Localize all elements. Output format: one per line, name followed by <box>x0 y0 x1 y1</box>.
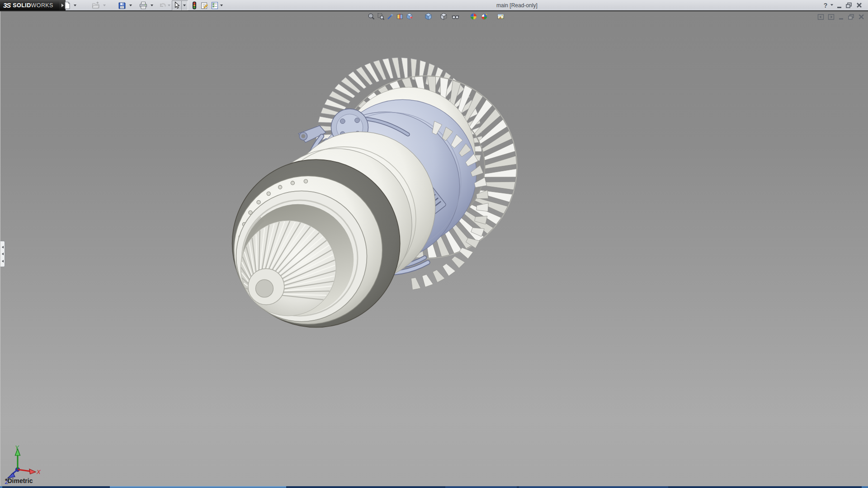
display-style-button[interactable] <box>440 13 448 20</box>
undo-button[interactable] <box>159 1 167 9</box>
previous-view-button[interactable] <box>387 13 394 20</box>
select-cursor-icon <box>173 1 181 9</box>
file-properties-button[interactable] <box>200 1 208 9</box>
window-title: main [Read-only] <box>496 2 538 9</box>
brand-name-bold: SOLID <box>13 2 31 9</box>
open-document-button[interactable] <box>92 1 100 9</box>
brand-name-light: WORKS <box>31 2 53 9</box>
save-button[interactable] <box>118 1 126 9</box>
help-button[interactable]: ? <box>822 1 829 9</box>
edit-appearance-button[interactable] <box>470 13 477 20</box>
help-caret[interactable] <box>830 4 833 6</box>
doc-minimize-button[interactable] <box>838 13 845 21</box>
engine-model[interactable] <box>0 11 868 486</box>
doc-dock-left-button[interactable] <box>817 13 825 21</box>
select-tool-button[interactable] <box>172 0 182 10</box>
graphics-viewport[interactable]: Y X Z *Dimetric <box>0 11 868 486</box>
select-tool-caret-button[interactable] <box>181 0 188 10</box>
solidworks-window: { "brand": { "glyph": "3S", "name_bold":… <box>0 0 868 488</box>
hide-show-items-button[interactable] <box>452 13 459 20</box>
options-button[interactable] <box>211 1 219 9</box>
options-caret[interactable] <box>220 5 223 6</box>
zoom-to-area-button[interactable] <box>377 13 385 20</box>
zoom-to-fit-button[interactable] <box>368 13 375 20</box>
feature-manager-collapsed-tab[interactable] <box>0 241 5 267</box>
app-close-button[interactable] <box>855 1 863 9</box>
brand-glyph: 3S <box>3 1 10 9</box>
annotation-view-button[interactable] <box>406 13 413 20</box>
print-button[interactable] <box>139 1 147 9</box>
triad-y-label: Y <box>15 444 19 451</box>
engine-assembly[interactable] <box>232 58 517 328</box>
windows-taskbar-edge[interactable] <box>0 486 868 488</box>
new-document-caret[interactable] <box>74 5 76 6</box>
exhaust-cone <box>241 221 336 316</box>
open-document-caret[interactable] <box>103 5 106 6</box>
doc-dock-right-button[interactable] <box>827 13 835 21</box>
apply-scene-button[interactable] <box>481 13 488 20</box>
view-settings-button[interactable] <box>497 13 505 20</box>
doc-close-button[interactable] <box>858 13 865 21</box>
new-document-button[interactable] <box>63 1 71 9</box>
doc-restore-button[interactable] <box>847 13 855 21</box>
save-caret[interactable] <box>129 5 132 6</box>
title-bar[interactable]: 3S SOLIDWORKS <box>0 0 868 11</box>
triad-x-label: X <box>36 469 41 475</box>
print-caret[interactable] <box>151 5 153 6</box>
solidworks-logo: 3S SOLIDWORKS <box>0 0 59 10</box>
view-orientation-button[interactable] <box>425 13 432 20</box>
view-orientation-label: *Dimetric <box>5 477 33 484</box>
rebuild-button[interactable] <box>190 1 198 9</box>
undo-caret[interactable] <box>168 5 170 6</box>
section-view-button[interactable] <box>396 13 404 20</box>
app-minimize-button[interactable] <box>836 1 843 9</box>
app-restore-button[interactable] <box>845 1 853 9</box>
